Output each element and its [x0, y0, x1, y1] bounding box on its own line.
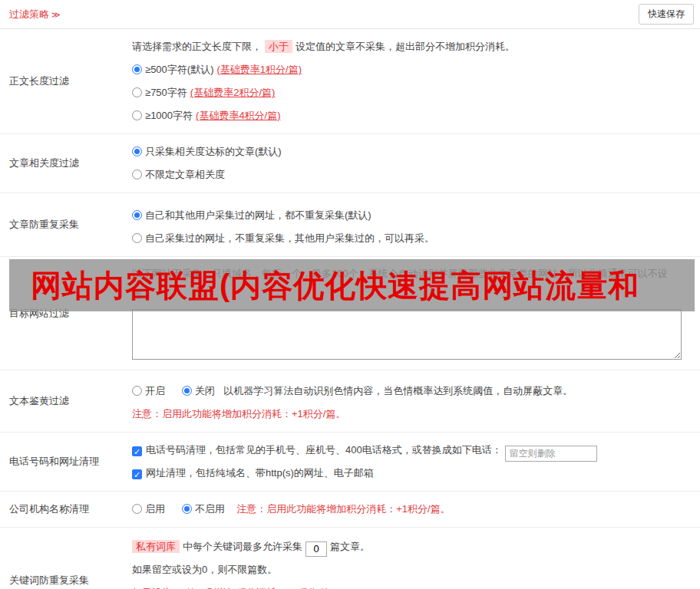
dedup-filter-content: 自己和其他用户采集过的网址，都不重复采集(默认) 自己采集过的网址，不重复采集，…: [132, 193, 700, 256]
company-clean-note: 注意：启用此功能将增加积分消耗：+1积分/篇。: [236, 503, 450, 515]
radio-icon[interactable]: [132, 64, 142, 74]
radio-icon[interactable]: [132, 233, 142, 243]
watermark-text: 网站内容联盟(内容优化快速提高网站流量和: [31, 265, 639, 307]
keyword-line2: 如果留空或设为0，则不限篇数。: [132, 558, 692, 581]
radio-option-dedup-self[interactable]: 自己采集过的网址，不重复采集，其他用户采集过的，可以再采。: [132, 227, 692, 250]
phone-clean-label: 电话号码和网址清理: [0, 433, 132, 491]
row-phone-clean: 电话号码和网址清理 电话号码清理，包括常见的手机号、座机号、400电话格式，或替…: [0, 433, 700, 492]
length-filter-intro: 请选择需求的正文长度下限，小于设定值的文章不采集，超出部分不增加积分消耗。: [132, 35, 692, 58]
radio-icon[interactable]: [132, 169, 142, 179]
checkbox-label: 电话号码清理，包括常见的手机号、座机号、400电话格式，或替换成如下电话：: [146, 444, 502, 456]
topbar: 过滤策略≫ 快速保存: [0, 0, 700, 29]
length-filter-content: 请选择需求的正文长度下限，小于设定值的文章不采集，超出部分不增加积分消耗。 ≥5…: [132, 29, 700, 133]
radio-icon[interactable]: [132, 210, 142, 220]
checkbox-phone-clean[interactable]: 电话号码清理，包括常见的手机号、座机号、400电话格式，或替换成如下电话：: [132, 439, 692, 462]
porn-filter-content: 开启 关闭 以机器学习算法自动识别色情内容，当色情概率达到系统阈值，自动屏蔽文章…: [132, 370, 700, 432]
radio-label: 启用: [145, 503, 165, 515]
radio-label: ≥750字符: [145, 87, 187, 98]
intro-post: 设定值的文章不采集，超出部分不增加积分消耗。: [296, 41, 515, 52]
site-filter-textarea[interactable]: [132, 309, 682, 360]
less-than-highlight: 小于: [265, 40, 292, 53]
page-title[interactable]: 过滤策略≫: [9, 8, 61, 21]
company-clean-content: 启用 不启用 注意：启用此功能将增加积分消耗：+1积分/篇。: [132, 492, 700, 527]
row-company-clean: 公司机构名称清理 启用 不启用 注意：启用此功能将增加积分消耗：+1积分/篇。: [0, 492, 700, 528]
row-keyword-dedup: 关键词防重复采集 私有词库中每个关键词最多允许采集篇文章。 如果留空或设为0，则…: [0, 528, 700, 589]
radio-label: 自己采集过的网址，不重复采集，其他用户采集过的，可以再采。: [145, 232, 434, 244]
intro-pre: 请选择需求的正文长度下限，: [132, 41, 262, 52]
keyword-line1-mid: 中每个关键词最多允许采集: [183, 541, 302, 552]
checkbox-url-clean[interactable]: 网址清理，包括纯域名、带http(s)的网址、电子邮箱: [132, 462, 692, 485]
radio-option-1000[interactable]: ≥1000字符(基础费率4积分/篇): [132, 104, 692, 127]
radio-label: 只采集相关度达标的文章(默认): [145, 146, 282, 157]
radio-option-company-on[interactable]: 启用: [132, 503, 168, 515]
radio-option-relevance-yes[interactable]: 只采集相关度达标的文章(默认): [132, 140, 692, 163]
rate-link-1[interactable]: (基础费率1积分/篇): [216, 64, 302, 75]
porn-filter-label: 文本鉴黄过滤: [0, 370, 132, 432]
quick-save-button[interactable]: 快速保存: [639, 4, 694, 25]
relevance-filter-content: 只采集相关度达标的文章(默认) 不限定文章相关度: [132, 134, 700, 192]
radio-label: 开启: [145, 385, 165, 397]
radio-icon[interactable]: [132, 146, 142, 156]
max-articles-input[interactable]: [305, 541, 327, 557]
radio-label: 不启用: [195, 503, 225, 515]
filter-strategy-page: 过滤策略≫ 快速保存 正文长度过滤 请选择需求的正文长度下限，小于设定值的文章不…: [0, 0, 700, 589]
chevron-down-icon: ≫: [51, 10, 61, 19]
radio-label: 关闭: [195, 385, 215, 397]
radio-option-company-off[interactable]: 不启用: [182, 503, 228, 515]
keyword-dedup-label: 关键词防重复采集: [0, 528, 132, 589]
radio-option-500[interactable]: ≥500字符(默认)(基础费率1积分/篇): [132, 58, 692, 81]
checkbox-checked-icon[interactable]: [132, 446, 142, 456]
rate-link-2[interactable]: (基础费率2积分/篇): [190, 87, 276, 98]
radio-label: 自己和其他用户采集过的网址，都不重复采集(默认): [145, 209, 371, 221]
page-title-text: 过滤策略: [9, 8, 49, 20]
radio-label: ≥1000字符: [145, 110, 193, 121]
row-porn-filter: 文本鉴黄过滤 开启 关闭 以机器学习算法自动识别色情内容，当色情概率达到系统阈值…: [0, 370, 700, 433]
checkbox-checked-icon[interactable]: [132, 469, 142, 479]
radio-option-750[interactable]: ≥750字符(基础费率2积分/篇): [132, 81, 692, 104]
radio-icon[interactable]: [132, 504, 142, 514]
keyword-line1-post: 篇文章。: [330, 541, 370, 552]
relevance-filter-label: 文章相关度过滤: [0, 134, 132, 192]
watermark-overlay: 网站内容联盟(内容优化快速提高网站流量和: [9, 259, 695, 311]
radio-option-dedup-all[interactable]: 自己和其他用户采集过的网址，都不重复采集(默认): [132, 204, 692, 227]
radio-icon[interactable]: [182, 504, 192, 514]
phone-clean-content: 电话号码清理，包括常见的手机号、座机号、400电话格式，或替换成如下电话： 网址…: [132, 433, 700, 491]
porn-filter-note: 注意：启用此功能将增加积分消耗：+1积分/篇。: [132, 403, 692, 426]
porn-filter-desc: 以机器学习算法自动识别色情内容，当色情概率达到系统阈值，自动屏蔽文章。: [223, 385, 573, 397]
company-clean-label: 公司机构名称清理: [0, 492, 132, 527]
rate-link-3[interactable]: (基础费率4积分/篇): [196, 110, 281, 121]
keyword-dedup-content: 私有词库中每个关键词最多允许采集篇文章。 如果留空或设为0，则不限篇数。 如果设…: [132, 528, 700, 589]
radio-icon[interactable]: [182, 386, 192, 396]
private-lexicon-highlight: 私有词库: [132, 540, 180, 553]
radio-option-relevance-no[interactable]: 不限定文章相关度: [132, 163, 692, 186]
radio-option-porn-off[interactable]: 关闭: [182, 385, 218, 397]
radio-icon[interactable]: [132, 87, 142, 97]
radio-icon[interactable]: [132, 110, 142, 120]
radio-option-porn-on[interactable]: 开启: [132, 385, 168, 397]
dedup-filter-label: 文章防重复采集: [0, 193, 132, 256]
length-filter-label: 正文长度过滤: [0, 29, 132, 133]
keyword-line3: 如果设为1-4篇，则增加积分消耗：+2积分/篇。: [132, 581, 692, 589]
row-dedup-filter: 文章防重复采集 自己和其他用户采集过的网址，都不重复采集(默认) 自己采集过的网…: [0, 193, 700, 257]
checkbox-label: 网址清理，包括纯域名、带http(s)的网址、电子邮箱: [146, 467, 374, 479]
row-relevance-filter: 文章相关度过滤 只采集相关度达标的文章(默认) 不限定文章相关度: [0, 134, 700, 193]
radio-label: ≥500字符(默认): [145, 64, 213, 75]
row-length-filter: 正文长度过滤 请选择需求的正文长度下限，小于设定值的文章不采集，超出部分不增加积…: [0, 29, 700, 134]
radio-label: 不限定文章相关度: [145, 169, 225, 180]
replacement-phone-input[interactable]: [505, 446, 597, 462]
radio-icon[interactable]: [132, 386, 142, 396]
